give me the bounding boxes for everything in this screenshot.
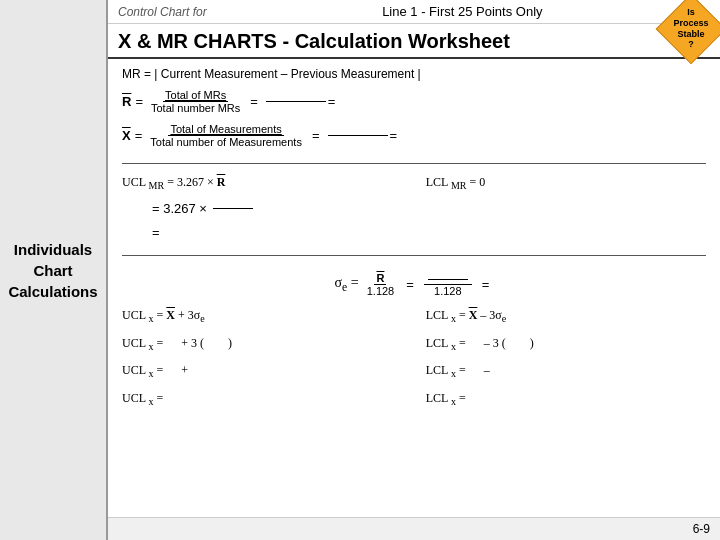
- x-bar-fraction: Total of Measurements Total number of Me…: [148, 123, 304, 148]
- control-chart-label: Control Chart for: [118, 5, 207, 19]
- content-area: MR = | Current Measurement – Previous Me…: [108, 59, 720, 517]
- page-title: X & MR CHARTS - Calculation Worksheet: [118, 30, 510, 52]
- ucl-x-row3: UCL x = + LCL x = –: [122, 362, 706, 379]
- lcl-mr-right: LCL MR = 0: [426, 174, 706, 191]
- page-number: 6-9: [693, 522, 710, 536]
- title-bar: X & MR CHARTS - Calculation Worksheet: [108, 24, 720, 59]
- lcl-x-formula: LCL x = X – 3σe: [426, 308, 507, 322]
- r-bar-fraction: Total of MRs Total number MRs: [149, 89, 242, 114]
- line-label: Line 1 - First 25 Points Only: [215, 4, 710, 19]
- sidebar: Individuals Chart Calculations: [0, 0, 108, 540]
- ucl-x-row1: UCL x = X + 3σe LCL x = X – 3σe: [122, 307, 706, 324]
- ucl-mr-row1: UCL MR = 3.267 × R LCL MR = 0: [122, 174, 706, 191]
- sidebar-title: Individuals Chart Calculations: [8, 239, 97, 302]
- main-content: Control Chart for Line 1 - First 25 Poin…: [108, 0, 720, 540]
- x-bar-blank: [328, 135, 388, 136]
- header-row: Control Chart for Line 1 - First 25 Poin…: [108, 0, 720, 24]
- lcl-mr-formula: LCL MR = 0: [426, 175, 486, 189]
- sigma-fraction: R 1.128: [365, 272, 397, 297]
- process-stable-badge: Is Process Stable ?: [662, 0, 720, 58]
- footer: 6-9: [108, 517, 720, 540]
- ucl-x-row4: UCL x = LCL x =: [122, 390, 706, 407]
- lcl-x-2: LCL x = – 3 ( ): [426, 336, 534, 350]
- lcl-x-4: LCL x =: [426, 391, 466, 405]
- ucl-x-formula: UCL x = X + 3σe: [122, 308, 205, 322]
- badge-text: Is Process Stable ?: [673, 7, 708, 50]
- r-bar-formula: R = Total of MRs Total number MRs = =: [122, 89, 706, 114]
- x-bar-formula: X = Total of Measurements Total number o…: [122, 123, 706, 148]
- sigma-label: σe =: [335, 275, 359, 294]
- ucl-mr-left: UCL MR = 3.267 × R: [122, 174, 402, 191]
- ucl-x-row2: UCL x = + 3 ( ) LCL x = – 3 ( ): [122, 335, 706, 352]
- sigma-blank-fraction: 1.128: [424, 272, 472, 297]
- ucl-mr-row3: =: [152, 225, 706, 240]
- ucl-x-4: UCL x =: [122, 391, 163, 405]
- divider-1: [122, 163, 706, 164]
- lcl-x-3: LCL x = –: [426, 363, 490, 377]
- ucl-x-3: UCL x = +: [122, 363, 188, 377]
- ucl-mr-formula: UCL MR = 3.267 × R: [122, 175, 225, 189]
- sigma-row: σe = R 1.128 = 1.128 =: [122, 272, 706, 297]
- ucl-x-2: UCL x = + 3 ( ): [122, 336, 232, 350]
- divider-2: [122, 255, 706, 256]
- r-bar-blank: [266, 101, 326, 102]
- mr-definition: MR = | Current Measurement – Previous Me…: [122, 67, 706, 81]
- ucl-mr-row2: = 3.267 ×: [152, 201, 706, 216]
- diamond-shape: Is Process Stable ?: [656, 0, 720, 64]
